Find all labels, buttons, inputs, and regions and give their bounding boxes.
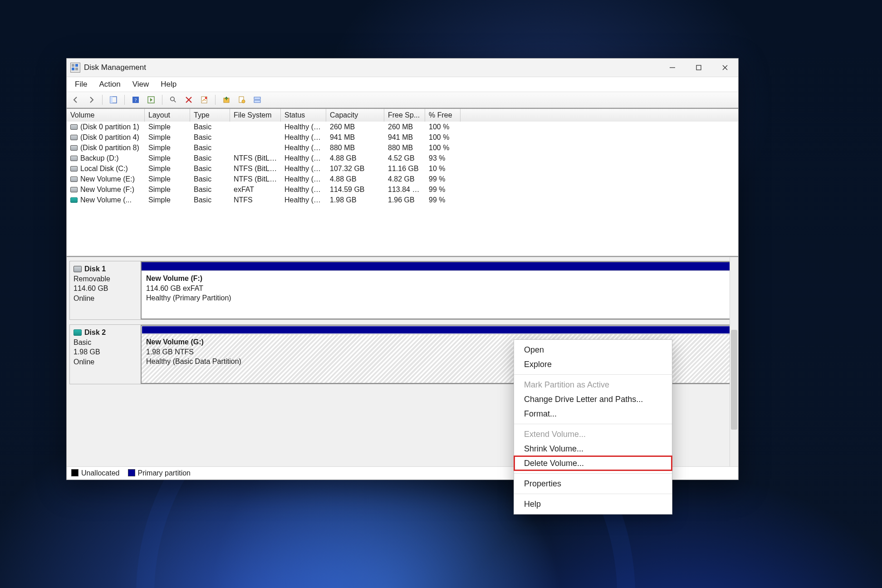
volume-row[interactable]: (Disk 0 partition 4)SimpleBasicHealthy (… [67,132,738,142]
show-hide-console-tree-button[interactable] [107,93,120,106]
toggle-view-icon[interactable] [251,93,264,106]
volume-type: Basic [190,123,230,131]
volume-row[interactable]: (Disk 0 partition 1)SimpleBasicHealthy (… [67,122,738,132]
volume-row[interactable]: New Volume (E:)SimpleBasicNTFS (BitLo...… [67,174,738,184]
context-menu-item[interactable]: Delete Volume... [514,456,672,470]
help-button[interactable]: ? [129,93,142,106]
volume-capacity: 114.59 GB [326,186,384,194]
forward-button[interactable] [85,93,98,106]
volume-layout: Simple [145,165,190,173]
volume-row[interactable]: (Disk 0 partition 8)SimpleBasicHealthy (… [67,142,738,153]
context-menu-item[interactable]: Change Drive Letter and Paths... [514,392,672,407]
volume-capacity: 4.88 GB [326,154,384,162]
volume-row[interactable]: New Volume (...SimpleBasicNTFSHealthy (B… [67,195,738,205]
volume-name: (Disk 0 partition 8) [80,144,139,152]
volume-type: Basic [190,165,230,173]
menu-view[interactable]: View [127,78,155,91]
volume-capacity: 941 MB [326,133,384,142]
volume-status: Healthy (P... [281,186,326,194]
volume-icon [70,124,78,130]
col-volume[interactable]: Volume [67,109,145,122]
volume-row[interactable]: Local Disk (C:)SimpleBasicNTFS (BitLo...… [67,163,738,174]
volume-row[interactable]: New Volume (F:)SimpleBasicexFATHealthy (… [67,184,738,195]
disk-settings-icon[interactable] [235,93,248,106]
context-menu-item[interactable]: Format... [514,407,672,421]
delete-icon[interactable] [182,93,195,106]
disk-icon [74,266,82,272]
volume-free: 941 MB [384,133,425,142]
volume-icon [70,166,78,172]
volume-context-menu[interactable]: OpenExploreMark Partition as ActiveChang… [514,339,672,514]
volume-icon [70,156,78,161]
disk-partition[interactable]: New Volume (F:)114.60 GB exFATHealthy (P… [141,261,733,319]
volume-free: 1.96 GB [384,196,425,204]
disk-size: 1.98 GB [74,347,137,357]
toolbar: ? [67,92,738,108]
titlebar[interactable]: Disk Management [67,59,738,77]
volume-layout: Simple [145,133,190,142]
volume-pct: 93 % [425,154,461,162]
col-type[interactable]: Type [190,109,230,122]
partition-size-fs: 114.60 GB exFAT [146,284,728,294]
disk-panel[interactable]: Disk 1Removable114.60 GBOnlineNew Volume… [69,261,734,320]
context-menu-item[interactable]: Explore [514,357,672,372]
context-menu-item[interactable]: Open [514,343,672,357]
volume-type: Basic [190,196,230,204]
menu-file[interactable]: File [69,78,93,91]
context-menu-item[interactable]: Shrink Volume... [514,441,672,456]
action-button[interactable] [145,93,157,106]
legend-primary: Primary partition [128,469,191,477]
close-button[interactable] [712,59,738,77]
volume-type: Basic [190,154,230,162]
partition-stripe [142,262,732,270]
volume-fs: exFAT [230,186,281,194]
partition-title: New Volume (F:) [146,274,728,284]
col-status[interactable]: Status [281,109,326,122]
context-menu-item[interactable]: Properties [514,476,672,491]
app-icon [70,63,80,73]
disk-name: Disk 2 [84,328,106,338]
maximize-button[interactable] [686,59,712,77]
volume-list-header[interactable]: Volume Layout Type File System Status Ca… [67,109,738,122]
volume-icon [70,135,78,140]
back-button[interactable] [69,93,82,106]
export-icon[interactable] [220,93,233,106]
volume-name: New Volume (... [80,196,132,204]
menu-action[interactable]: Action [93,78,126,91]
minimize-button[interactable] [659,59,686,77]
volume-capacity: 260 MB [326,123,384,131]
volume-layout: Simple [145,186,190,194]
volume-status: Healthy (B... [281,165,326,173]
disk-map-scrollbar[interactable] [730,257,738,467]
volume-free: 880 MB [384,144,425,152]
scrollbar-thumb[interactable] [731,330,737,430]
volume-pct: 99 % [425,196,461,204]
volume-pct: 100 % [425,144,461,152]
properties-icon[interactable] [198,93,211,106]
svg-rect-13 [254,100,260,103]
col-freespace[interactable]: Free Sp... [384,109,425,122]
volume-free: 4.82 GB [384,175,425,183]
context-menu-item[interactable]: Help [514,497,672,511]
context-menu-item: Mark Partition as Active [514,377,672,392]
volume-capacity: 880 MB [326,144,384,152]
col-pctfree[interactable]: % Free [425,109,461,122]
volume-status: Healthy (R... [281,133,326,142]
col-filesystem[interactable]: File System [230,109,281,122]
volume-free: 4.52 GB [384,154,425,162]
refresh-button[interactable] [167,93,180,106]
svg-text:?: ? [135,97,137,103]
volume-status: Healthy (B... [281,154,326,162]
col-capacity[interactable]: Capacity [326,109,384,122]
volume-name: (Disk 0 partition 1) [80,123,139,131]
menu-help[interactable]: Help [155,78,182,91]
volume-capacity: 1.98 GB [326,196,384,204]
volume-pct: 100 % [425,123,461,131]
disk-icon [74,329,82,336]
volume-row[interactable]: Backup (D:)SimpleBasicNTFS (BitLo...Heal… [67,153,738,163]
volume-type: Basic [190,175,230,183]
svg-point-11 [242,100,245,103]
disk-kind: Removable [74,274,137,284]
volume-type: Basic [190,186,230,194]
col-layout[interactable]: Layout [145,109,190,122]
